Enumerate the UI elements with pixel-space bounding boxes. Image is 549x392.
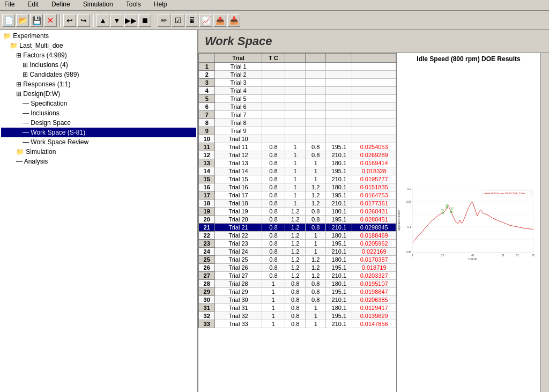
check-button[interactable]: ☑ (172, 14, 184, 27)
trial-name-15[interactable]: Trial 15 (215, 175, 262, 183)
trial-name-16[interactable]: Trial 16 (215, 183, 262, 191)
delete-button[interactable]: ✕ (44, 14, 57, 27)
col-c3-27: 210.1 (326, 272, 352, 280)
menu-help[interactable]: Help (152, 0, 169, 9)
col-c1-5 (285, 95, 306, 103)
content-area: Trial T C 1 Trial 1 2 (198, 53, 549, 392)
trial-name-3[interactable]: Trial 3 (215, 79, 262, 87)
undo-button[interactable]: ↩ (63, 14, 76, 27)
chart-button[interactable]: 📈 (199, 14, 212, 27)
trial-name-30[interactable]: Trial 30 (215, 296, 262, 304)
trial-name-22[interactable]: Trial 22 (215, 232, 262, 240)
menu-define[interactable]: Define (49, 0, 72, 9)
col-c0-19: 0.8 (262, 208, 285, 216)
trial-name-24[interactable]: Trial 24 (215, 248, 262, 256)
pencil-button[interactable]: ✏ (158, 14, 170, 27)
tree-simulation[interactable]: 📁 Simulation (1, 147, 196, 157)
trial-name-13[interactable]: Trial 13 (215, 159, 262, 167)
col-c3-1 (326, 63, 352, 71)
open-button[interactable]: 📂 (16, 14, 29, 27)
stop-button[interactable]: ⏹ (138, 14, 151, 27)
col-val-29: 0.0198847 (352, 288, 396, 296)
menubar: File Edit Define Simulation Tools Help (0, 0, 549, 11)
col-c3-29: 195.1 (326, 288, 352, 296)
trial-name-21[interactable]: Trial 21 (215, 224, 262, 232)
tree-design[interactable]: ⊞ Design(D:W) (1, 89, 196, 99)
tree-work-space-review[interactable]: — Work Space Review (1, 137, 196, 147)
trial-name-1[interactable]: Trial 1 (215, 63, 262, 71)
tree-factors[interactable]: ⊞ Factors (4:989) (1, 50, 196, 60)
col-c2-4 (306, 87, 326, 95)
trial-name-14[interactable]: Trial 14 (215, 167, 262, 175)
row-num-16: 16 (199, 183, 215, 191)
col-c3-17: 195.1 (326, 191, 352, 199)
trial-name-19[interactable]: Trial 19 (215, 208, 262, 216)
table-container[interactable]: Trial T C 1 Trial 1 2 (198, 53, 396, 392)
trial-name-29[interactable]: Trial 29 (215, 288, 262, 296)
trial-name-9[interactable]: Trial 9 (215, 127, 262, 135)
col-c1-25: 1.2 (285, 256, 306, 264)
col-c0-30: 1 (262, 296, 285, 304)
dropdown-button[interactable]: ▼ (110, 14, 123, 27)
svg-text:0.2: 0.2 (407, 188, 411, 190)
col-val-20: 0.0280451 (352, 216, 396, 224)
trial-name-4[interactable]: Trial 4 (215, 87, 262, 95)
trial-name-10[interactable]: Trial 10 (215, 135, 262, 143)
calc-button[interactable]: 🖩 (186, 14, 198, 27)
tree-specification[interactable]: — Specification (1, 99, 196, 108)
right-scrollbar[interactable] (540, 53, 549, 392)
trial-name-32[interactable]: Trial 32 (215, 312, 262, 320)
tree-work-space[interactable]: — Work Space (S-81) (1, 128, 196, 137)
trial-name-7[interactable]: Trial 7 (215, 111, 262, 119)
trial-name-6[interactable]: Trial 6 (215, 103, 262, 111)
run-button[interactable]: ▶▶ (124, 14, 137, 27)
import-button[interactable]: 📥 (227, 14, 240, 27)
trial-name-2[interactable]: Trial 2 (215, 71, 262, 79)
trial-name-27[interactable]: Trial 27 (215, 272, 262, 280)
trial-name-28[interactable]: Trial 28 (215, 280, 262, 288)
trial-name-26[interactable]: Trial 26 (215, 264, 262, 272)
col-c3-22: 180.1 (326, 232, 352, 240)
trial-name-25[interactable]: Trial 25 (215, 256, 262, 264)
tree-responses[interactable]: ⊞ Responses (1:1) (1, 79, 196, 89)
col-c3-21: 210.1 (326, 224, 352, 232)
col-c2-30: 0.8 (306, 296, 326, 304)
trial-name-33[interactable]: Trial 33 (215, 320, 262, 328)
tree-last-multi-doe[interactable]: 📁 Last_Multi_doe (1, 41, 196, 50)
trial-name-17[interactable]: Trial 17 (215, 191, 262, 199)
trial-name-31[interactable]: Trial 31 (215, 304, 262, 312)
tree-candidates[interactable]: ⊞ Candidates (989) (1, 70, 196, 79)
svg-text:Trial No.: Trial No. (468, 258, 478, 261)
export-button[interactable]: 📤 (213, 14, 226, 27)
row-num-33: 33 (199, 320, 215, 328)
trial-name-20[interactable]: Trial 20 (215, 216, 262, 224)
trial-name-12[interactable]: Trial 12 (215, 151, 262, 159)
col-c2-11: 0.8 (306, 143, 326, 151)
col-c1-9 (285, 127, 306, 135)
col-c3-8 (326, 119, 352, 127)
col-val-26: 0.018719 (352, 264, 396, 272)
tree-analysis[interactable]: — Analysis (1, 157, 196, 166)
menu-simulation[interactable]: Simulation (81, 0, 115, 9)
tree-inclusions2[interactable]: — Inclusions (1, 108, 196, 118)
tree-experiments[interactable]: 📁 Experiments (1, 31, 196, 41)
col-val-16: 0.0151835 (352, 183, 396, 191)
svg-rect-1 (412, 189, 533, 252)
menu-edit[interactable]: Edit (25, 0, 41, 9)
trial-name-8[interactable]: Trial 8 (215, 119, 262, 127)
row-num-7: 7 (199, 111, 215, 119)
col-val (352, 54, 396, 63)
redo-button[interactable]: ↪ (77, 14, 90, 27)
new-button[interactable]: 📄 (2, 14, 15, 27)
save-button[interactable]: 💾 (30, 14, 43, 27)
cursor-button[interactable]: ▲ (97, 14, 109, 27)
trial-name-11[interactable]: Trial 11 (215, 143, 262, 151)
col-val-10 (352, 135, 396, 143)
trial-name-18[interactable]: Trial 18 (215, 199, 262, 208)
trial-name-23[interactable]: Trial 23 (215, 240, 262, 248)
tree-design-space[interactable]: — Design Space (1, 118, 196, 128)
menu-tools[interactable]: Tools (124, 0, 143, 9)
tree-inclusions[interactable]: ⊞ Inclusions (4) (1, 60, 196, 70)
trial-name-5[interactable]: Trial 5 (215, 95, 262, 103)
menu-file[interactable]: File (2, 0, 17, 9)
